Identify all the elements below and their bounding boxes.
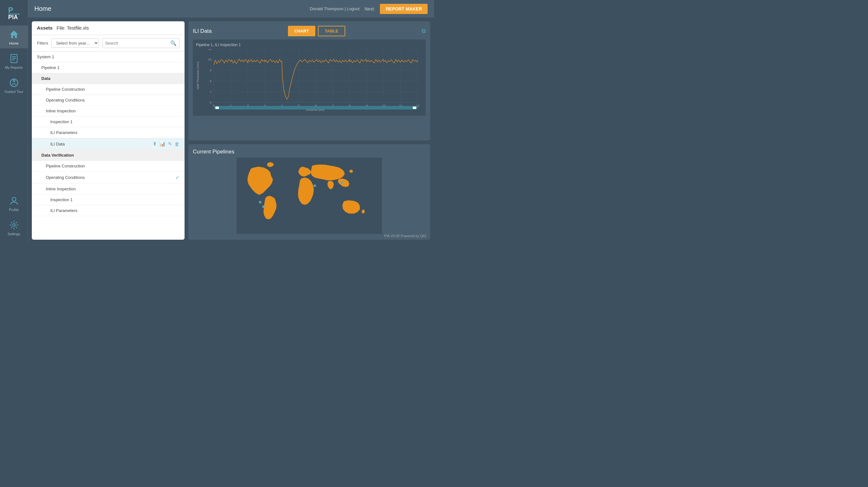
edit-icon[interactable]: ✎ bbox=[168, 141, 172, 147]
tree-item-data-section[interactable]: Data bbox=[32, 73, 185, 84]
tree-item-pipeline-construction-label: Pipeline Construction bbox=[46, 87, 85, 92]
svg-text:9: 9 bbox=[210, 69, 212, 72]
top-header: Home Donald Thompson | Logout Next: REPO… bbox=[28, 0, 434, 18]
check-icon: ✓ bbox=[175, 175, 180, 181]
tree-item-operating-conditions[interactable]: Operating Conditions bbox=[32, 95, 185, 106]
sidebar-item-settings-label: Settings bbox=[8, 232, 20, 236]
page-title: Home bbox=[34, 5, 51, 12]
sidebar: P PIA Home My Reports bbox=[0, 0, 28, 243]
svg-marker-3 bbox=[10, 31, 18, 38]
ili-data-actions: ⬆ 📊 ✎ 🗑 bbox=[153, 141, 180, 147]
sidebar-item-home-label: Home bbox=[9, 41, 19, 45]
tree-item-ili-data[interactable]: ILI Data ⬆ 📊 ✎ 🗑 bbox=[32, 138, 185, 150]
tree-item-data-verification-label: Data Verification bbox=[41, 153, 74, 158]
svg-text:6: 6 bbox=[210, 101, 212, 104]
chart-button[interactable]: CHART bbox=[288, 26, 315, 36]
svg-rect-56 bbox=[413, 106, 416, 109]
tree-item-inspection1-label: Inspection 1 bbox=[50, 119, 72, 124]
year-select[interactable]: Select from year... bbox=[51, 38, 99, 48]
ili-data-panel: ILI Data CHART TABLE ⧉ Pipeline 1, ILI I… bbox=[188, 21, 430, 140]
filters-row: Filters Select from year... 🔍 bbox=[32, 35, 185, 52]
sidebar-item-profile-label: Profile bbox=[9, 208, 19, 212]
tree-item-inline-inspection2[interactable]: Inline Inspection bbox=[32, 184, 185, 194]
svg-text:PIA: PIA bbox=[8, 14, 18, 20]
assets-label: Assets bbox=[37, 25, 53, 31]
world-map-svg bbox=[193, 158, 426, 234]
tree-item-operating-conditions2[interactable]: Operating Conditions ✓ bbox=[32, 172, 185, 184]
svg-text:Wall Thickness (mm): Wall Thickness (mm) bbox=[196, 62, 199, 89]
tree-item-inspection1[interactable]: Inspection 1 bbox=[32, 117, 185, 127]
pipelines-title: Current Pipelines bbox=[193, 149, 426, 155]
tree-item-pipeline1[interactable]: Pipeline 1 bbox=[32, 62, 185, 73]
tree-item-pipeline1-label: Pipeline 1 bbox=[41, 65, 60, 70]
sidebar-bottom: Profile Settings bbox=[0, 192, 28, 243]
main-content: Home Donald Thompson | Logout Next: REPO… bbox=[28, 0, 434, 243]
svg-rect-54 bbox=[214, 106, 418, 110]
tree-item-system1[interactable]: System 1 bbox=[32, 52, 185, 62]
tree-item-ili-parameters-label: ILI Parameters bbox=[50, 130, 77, 135]
table-button[interactable]: TABLE bbox=[318, 26, 345, 36]
filters-label: Filters bbox=[37, 41, 48, 45]
svg-point-12 bbox=[13, 224, 15, 226]
assets-header: Assets File: Testfile.xls bbox=[32, 21, 185, 35]
settings-icon bbox=[8, 219, 20, 231]
tree-item-data-label: Data bbox=[41, 76, 50, 81]
chart-subtitle: Pipeline 1, ILI Inspection 1 bbox=[196, 43, 423, 47]
svg-text:7: 7 bbox=[210, 90, 212, 94]
sidebar-item-home[interactable]: Home bbox=[0, 26, 28, 49]
tree-item-inspection1-2[interactable]: Inspection 1 bbox=[32, 194, 185, 205]
tree-item-pipeline-construction2[interactable]: Pipeline Construction bbox=[32, 161, 185, 172]
tree-item-operating-conditions2-label: Operating Conditions bbox=[46, 175, 85, 180]
svg-point-58 bbox=[259, 201, 261, 204]
tree-item-inline-inspection2-label: Inline Inspection bbox=[46, 186, 76, 191]
next-label: Next: bbox=[365, 6, 375, 11]
sidebar-item-settings[interactable]: Settings bbox=[0, 216, 28, 239]
svg-text:8: 8 bbox=[210, 80, 212, 83]
my-reports-icon bbox=[8, 53, 20, 64]
logo: P PIA bbox=[4, 3, 24, 22]
sidebar-item-my-reports[interactable]: My Reports bbox=[0, 50, 28, 72]
search-box: 🔍 bbox=[102, 38, 180, 48]
header-right: Donald Thompson | Logout Next: REPORT MA… bbox=[310, 4, 428, 14]
ili-buttons: CHART TABLE bbox=[288, 26, 345, 36]
upload-icon[interactable]: ⬆ bbox=[153, 141, 157, 147]
svg-point-9 bbox=[13, 80, 15, 82]
home-icon bbox=[8, 29, 20, 40]
ili-chart-svg: 11 10 9 8 7 6 0 1 2 3 4 5 6 7 bbox=[196, 49, 423, 112]
tree-item-ili-parameters2[interactable]: ILI Parameters bbox=[32, 205, 185, 216]
assets-title: Assets File: Testfile.xls bbox=[37, 25, 89, 31]
ili-header: ILI Data CHART TABLE ⧉ bbox=[193, 26, 426, 36]
tree-item-pipeline-construction2-label: Pipeline Construction bbox=[46, 163, 85, 169]
svg-rect-55 bbox=[215, 106, 219, 109]
report-maker-button[interactable]: REPORT MAKER bbox=[380, 4, 428, 14]
tree-container: System 1 Pipeline 1 Data Pipeline Constr… bbox=[32, 52, 185, 240]
tree-item-inspection1-2-label: Inspection 1 bbox=[50, 197, 72, 202]
sidebar-item-my-reports-label: My Reports bbox=[5, 66, 23, 69]
sidebar-item-guided-tour-label: Guided Tour bbox=[4, 90, 24, 94]
search-input[interactable] bbox=[105, 41, 170, 45]
svg-text:P: P bbox=[8, 6, 13, 14]
svg-rect-13 bbox=[214, 49, 418, 102]
right-panel: ILI Data CHART TABLE ⧉ Pipeline 1, ILI I… bbox=[188, 21, 430, 240]
chart-data-icon[interactable]: 📊 bbox=[159, 141, 165, 147]
search-icon[interactable]: 🔍 bbox=[170, 40, 177, 46]
external-link-icon[interactable]: ⧉ bbox=[422, 28, 426, 34]
user-info: Donald Thompson | Logout bbox=[310, 6, 359, 11]
tree-item-operating-conditions-label: Operating Conditions bbox=[46, 98, 85, 102]
tree-item-ili-data-label: ILI Data bbox=[50, 142, 65, 146]
sidebar-item-guided-tour[interactable]: Guided Tour bbox=[0, 74, 28, 97]
svg-point-11 bbox=[12, 197, 16, 201]
tree-item-inline-inspection[interactable]: Inline Inspection bbox=[32, 106, 185, 117]
assets-panel: Assets File: Testfile.xls Filters Select… bbox=[32, 21, 185, 240]
world-map bbox=[193, 158, 426, 234]
ili-title: ILI Data bbox=[193, 28, 212, 34]
sidebar-item-profile[interactable]: Profile bbox=[0, 192, 28, 215]
tree-item-ili-parameters[interactable]: ILI Parameters bbox=[32, 127, 185, 138]
svg-point-61 bbox=[341, 181, 343, 184]
svg-point-60 bbox=[313, 185, 316, 187]
delete-icon[interactable]: 🗑 bbox=[175, 141, 180, 147]
tree-item-data-verification[interactable]: Data Verification bbox=[32, 150, 185, 161]
pipelines-panel: Current Pipelines bbox=[188, 144, 430, 240]
tree-item-pipeline-construction[interactable]: Pipeline Construction bbox=[32, 84, 185, 95]
svg-point-59 bbox=[262, 205, 265, 208]
